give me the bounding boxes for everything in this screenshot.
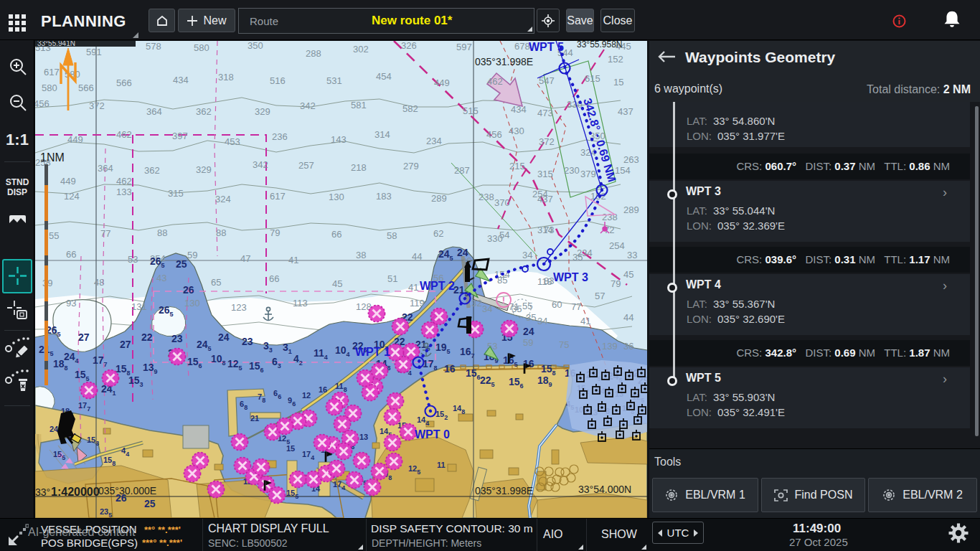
svg-text:24: 24	[523, 326, 534, 337]
svg-text:66: 66	[331, 229, 341, 240]
svg-text:035°31.998E: 035°31.998E	[475, 56, 533, 67]
svg-text:236: 236	[272, 131, 288, 142]
svg-text:449: 449	[60, 176, 76, 187]
svg-text:45: 45	[332, 278, 342, 289]
svg-text:035°31.998E: 035°31.998E	[475, 485, 533, 496]
svg-text:437: 437	[537, 194, 553, 204]
svg-text:515: 515	[463, 105, 479, 116]
svg-text:75: 75	[559, 339, 569, 350]
svg-text:288: 288	[306, 48, 321, 59]
svg-text:59: 59	[187, 250, 197, 260]
svg-text:139: 139	[602, 341, 618, 352]
svg-text:123: 123	[231, 302, 247, 313]
svg-text:580: 580	[42, 83, 57, 93]
svg-text:454: 454	[376, 71, 392, 82]
svg-text:33°55.958N: 33°55.958N	[577, 41, 623, 50]
svg-text:257: 257	[298, 160, 314, 171]
svg-text:47: 47	[240, 253, 250, 264]
svg-text:678: 678	[514, 41, 530, 52]
svg-text:372: 372	[539, 136, 555, 147]
svg-text:342: 342	[300, 100, 316, 111]
svg-text:21: 21	[250, 414, 259, 423]
svg-text:362: 362	[196, 106, 212, 117]
svg-text:379: 379	[580, 169, 596, 179]
svg-text:350: 350	[248, 41, 263, 51]
svg-text:279: 279	[403, 161, 419, 171]
svg-text:372: 372	[89, 100, 105, 111]
svg-text:73: 73	[544, 225, 554, 235]
svg-text:58: 58	[387, 230, 397, 241]
svg-text:22: 22	[141, 331, 153, 343]
svg-text:48: 48	[94, 277, 104, 288]
svg-text:218: 218	[351, 162, 367, 173]
svg-text:43: 43	[156, 273, 166, 283]
svg-text:77: 77	[571, 301, 581, 312]
svg-text:35: 35	[526, 312, 536, 323]
svg-text:1NM: 1NM	[40, 151, 65, 164]
svg-text:581: 581	[351, 100, 367, 110]
svg-text:88: 88	[216, 227, 226, 238]
svg-text:25: 25	[144, 498, 156, 509]
svg-text:23: 23	[242, 336, 253, 347]
svg-text:329: 329	[255, 106, 270, 117]
svg-text:582: 582	[402, 103, 418, 114]
svg-text:25: 25	[176, 258, 187, 270]
svg-text:342: 342	[253, 159, 268, 170]
svg-text:WPT 1: WPT 1	[355, 346, 390, 358]
svg-text:133: 133	[116, 187, 132, 197]
svg-text:130: 130	[184, 298, 200, 309]
svg-text:16: 16	[319, 385, 327, 394]
svg-text:263: 263	[623, 154, 639, 165]
svg-text:59: 59	[523, 337, 533, 348]
svg-text:23: 23	[171, 333, 183, 344]
svg-text:57: 57	[595, 291, 605, 301]
svg-text:44: 44	[623, 312, 633, 323]
svg-text:36: 36	[623, 341, 633, 352]
svg-text:35: 35	[512, 303, 522, 314]
svg-text:65: 65	[211, 277, 221, 288]
svg-text:617: 617	[270, 191, 286, 202]
svg-text:287: 287	[454, 165, 470, 176]
svg-text:566: 566	[78, 83, 94, 93]
svg-text:34: 34	[537, 316, 547, 326]
svg-text:45: 45	[623, 269, 633, 280]
svg-text:453: 453	[225, 136, 240, 147]
svg-text:26: 26	[183, 284, 194, 296]
svg-text:44: 44	[412, 251, 422, 262]
svg-text:WPT 5: WPT 5	[529, 41, 564, 53]
svg-text:38: 38	[356, 250, 366, 260]
svg-text:16: 16	[444, 363, 456, 375]
svg-text:289: 289	[431, 193, 447, 204]
svg-text:79: 79	[611, 278, 621, 289]
svg-text:41: 41	[288, 255, 298, 265]
svg-text:85: 85	[497, 275, 507, 286]
svg-text:27: 27	[120, 339, 131, 350]
svg-text:27: 27	[78, 331, 90, 343]
svg-text:302: 302	[353, 44, 369, 55]
svg-text:41: 41	[408, 282, 418, 293]
svg-text:315: 315	[168, 188, 184, 199]
svg-text:41: 41	[580, 316, 590, 326]
svg-text:215: 215	[509, 161, 525, 171]
svg-text:WPT 3: WPT 3	[553, 271, 588, 283]
svg-text:15: 15	[613, 77, 623, 88]
svg-text:34: 34	[482, 303, 492, 314]
svg-text:66: 66	[269, 273, 279, 284]
svg-text:238: 238	[602, 212, 618, 222]
svg-text:11: 11	[437, 461, 446, 469]
svg-text:130: 130	[329, 192, 344, 202]
svg-text:473: 473	[537, 108, 553, 118]
svg-text:364: 364	[146, 106, 162, 117]
svg-text:578: 578	[146, 41, 161, 52]
svg-text:617: 617	[44, 67, 60, 77]
svg-text:318: 318	[218, 72, 234, 83]
svg-text:93: 93	[66, 298, 76, 309]
svg-text:131: 131	[131, 301, 147, 312]
svg-text:119: 119	[410, 298, 425, 309]
svg-text:456: 456	[35, 98, 50, 109]
svg-text:35: 35	[573, 252, 583, 263]
svg-text:79: 79	[270, 227, 280, 238]
svg-text:516: 516	[270, 75, 286, 86]
svg-text:397: 397	[172, 131, 188, 141]
svg-text:437: 437	[618, 106, 633, 117]
